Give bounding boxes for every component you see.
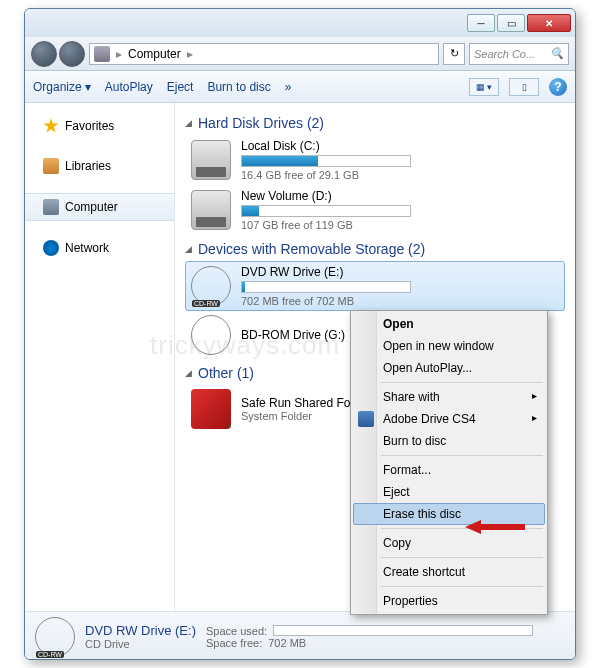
drive-title: New Volume (D:) <box>241 189 559 203</box>
menu-create-shortcut[interactable]: Create shortcut <box>353 561 545 583</box>
space-free-label: Space free: <box>206 637 262 649</box>
search-placeholder: Search Co... <box>474 48 535 60</box>
menu-burn-to-disc[interactable]: Burn to disc <box>353 430 545 452</box>
star-icon <box>43 118 59 134</box>
context-menu: Open Open in new window Open AutoPlay...… <box>350 310 548 615</box>
breadcrumb-sep: ▸ <box>116 47 122 61</box>
refresh-button[interactable]: ↻ <box>443 43 465 65</box>
nav-computer[interactable]: Computer <box>25 193 174 221</box>
drive-d[interactable]: New Volume (D:) 107 GB free of 119 GB <box>185 185 565 235</box>
adobe-icon <box>358 411 374 427</box>
autoplay-button[interactable]: AutoPlay <box>105 80 153 94</box>
computer-icon <box>43 199 59 215</box>
eject-button[interactable]: Eject <box>167 80 194 94</box>
drive-sub: 702 MB free of 702 MB <box>241 295 559 307</box>
collapse-icon: ◢ <box>185 244 192 254</box>
back-button[interactable] <box>31 41 57 67</box>
menu-eject[interactable]: Eject <box>353 481 545 503</box>
drive-title: Local Disk (C:) <box>241 139 559 153</box>
search-input[interactable]: Search Co... 🔍 <box>469 43 569 65</box>
burn-button[interactable]: Burn to disc <box>207 80 270 94</box>
details-type: CD Drive <box>85 638 196 650</box>
menu-open-new-window[interactable]: Open in new window <box>353 335 545 357</box>
red-arrow-annotation <box>465 520 525 534</box>
menu-separator <box>381 455 543 456</box>
toolbar: Organize ▾ AutoPlay Eject Burn to disc »… <box>25 71 575 103</box>
menu-share-with[interactable]: Share with <box>353 386 545 408</box>
drive-sub: 107 GB free of 119 GB <box>241 219 559 231</box>
space-used-bar <box>273 625 533 636</box>
drive-e[interactable]: CD-RW DVD RW Drive (E:) 702 MB free of 7… <box>185 261 565 311</box>
menu-separator <box>381 586 543 587</box>
menu-copy[interactable]: Copy <box>353 532 545 554</box>
space-bar <box>241 205 411 217</box>
drive-sub: 16.4 GB free of 29.1 GB <box>241 169 559 181</box>
group-removable[interactable]: ◢Devices with Removable Storage (2) <box>185 235 565 261</box>
group-hdd[interactable]: ◢Hard Disk Drives (2) <box>185 109 565 135</box>
menu-open-autoplay[interactable]: Open AutoPlay... <box>353 357 545 379</box>
breadcrumb-sep: ▸ <box>187 47 193 61</box>
toolbar-overflow[interactable]: » <box>285 80 292 94</box>
space-free-value: 702 MB <box>268 637 306 649</box>
menu-properties[interactable]: Properties <box>353 590 545 612</box>
forward-button[interactable] <box>59 41 85 67</box>
hdd-icon <box>191 140 231 180</box>
help-button[interactable]: ? <box>549 78 567 96</box>
disc-icon <box>191 315 231 355</box>
space-used-label: Space used: <box>206 625 267 637</box>
disc-icon: CD-RW <box>191 266 231 306</box>
network-icon <box>43 240 59 256</box>
search-icon: 🔍 <box>550 47 564 60</box>
libraries-icon <box>43 158 59 174</box>
minimize-button[interactable]: ─ <box>467 14 495 32</box>
address-row: ▸ Computer ▸ ↻ Search Co... 🔍 <box>25 37 575 71</box>
details-pane: CD-RW DVD RW Drive (E:) CD Drive Space u… <box>25 611 575 660</box>
disc-tag: CD-RW <box>36 651 64 658</box>
menu-separator <box>381 382 543 383</box>
close-button[interactable]: ✕ <box>527 14 571 32</box>
computer-icon <box>94 46 110 62</box>
nav-network[interactable]: Network <box>25 235 174 261</box>
maximize-button[interactable]: ▭ <box>497 14 525 32</box>
preview-pane-button[interactable]: ▯ <box>509 78 539 96</box>
nav-favorites[interactable]: Favorites <box>25 113 174 139</box>
space-bar <box>241 155 411 167</box>
title-bar: ─ ▭ ✕ <box>25 9 575 37</box>
menu-adobe-drive[interactable]: Adobe Drive CS4 <box>353 408 545 430</box>
address-bar[interactable]: ▸ Computer ▸ <box>89 43 439 65</box>
disc-icon: CD-RW <box>35 617 75 657</box>
drive-title: DVD RW Drive (E:) <box>241 265 559 279</box>
collapse-icon: ◢ <box>185 118 192 128</box>
menu-format[interactable]: Format... <box>353 459 545 481</box>
menu-separator <box>381 557 543 558</box>
disc-tag: CD-RW <box>192 300 220 307</box>
navigation-pane: Favorites Libraries Computer Network <box>25 103 175 611</box>
view-button[interactable]: ▦ ▾ <box>469 78 499 96</box>
folder-icon <box>191 389 231 429</box>
menu-open[interactable]: Open <box>353 313 545 335</box>
breadcrumb-root[interactable]: Computer <box>128 47 181 61</box>
space-bar <box>241 281 411 293</box>
organize-button[interactable]: Organize ▾ <box>33 80 91 94</box>
nav-libraries[interactable]: Libraries <box>25 153 174 179</box>
collapse-icon: ◢ <box>185 368 192 378</box>
chevron-down-icon: ▾ <box>85 80 91 94</box>
hdd-icon <box>191 190 231 230</box>
drive-c[interactable]: Local Disk (C:) 16.4 GB free of 29.1 GB <box>185 135 565 185</box>
details-title: DVD RW Drive (E:) <box>85 623 196 638</box>
